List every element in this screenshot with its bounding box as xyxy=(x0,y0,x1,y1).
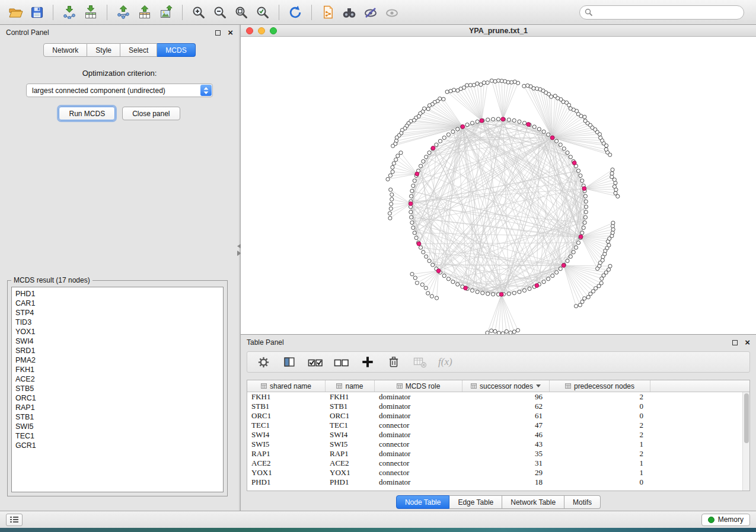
network-canvas[interactable] xyxy=(241,37,756,334)
cell-predecessor-nodes[interactable]: 0 xyxy=(550,402,650,411)
close-panel-button[interactable]: × xyxy=(228,29,233,36)
close-window-button[interactable] xyxy=(246,27,253,34)
cell-mcds-role[interactable]: dominator xyxy=(375,392,462,402)
cell-successor-nodes[interactable]: 96 xyxy=(462,392,550,402)
tab-network-table[interactable]: Network Table xyxy=(502,495,564,509)
cell-mcds-role[interactable]: dominator xyxy=(375,402,462,411)
cell-shared-name[interactable]: YOX1 xyxy=(247,468,326,477)
cell-mcds-role[interactable]: connector xyxy=(375,440,462,449)
table-row[interactable]: ACE2ACE2connector311 xyxy=(247,459,749,468)
select-all-button[interactable] xyxy=(305,353,326,371)
tab-mcds[interactable]: MCDS xyxy=(157,43,195,57)
cell-name[interactable]: ACE2 xyxy=(326,459,375,468)
zoom-in-button[interactable] xyxy=(188,3,209,22)
cell-name[interactable]: ORC1 xyxy=(326,411,375,421)
cell-shared-name[interactable]: STB1 xyxy=(247,402,326,411)
result-item[interactable]: STB1 xyxy=(15,412,223,422)
tab-edge-table[interactable]: Edge Table xyxy=(449,495,502,509)
save-session-button[interactable] xyxy=(26,3,47,22)
result-item[interactable]: TEC1 xyxy=(15,431,223,441)
table-row[interactable]: ORC1ORC1dominator610 xyxy=(247,411,749,421)
cell-successor-nodes[interactable]: 29 xyxy=(462,468,550,477)
result-item[interactable]: STB5 xyxy=(15,384,223,393)
export-document-button[interactable] xyxy=(317,3,339,22)
cell-predecessor-nodes[interactable]: 1 xyxy=(550,459,650,468)
minimize-window-button[interactable] xyxy=(258,27,265,34)
import-network-button[interactable] xyxy=(59,3,80,22)
cell-predecessor-nodes[interactable]: 2 xyxy=(550,430,650,440)
result-item[interactable]: STP4 xyxy=(15,308,223,318)
result-item[interactable]: TID3 xyxy=(15,318,223,327)
result-item[interactable]: SRD1 xyxy=(15,346,223,355)
result-item[interactable]: ACE2 xyxy=(15,374,223,384)
cell-name[interactable]: STB1 xyxy=(326,402,375,411)
result-item[interactable]: SWI5 xyxy=(15,422,223,431)
cell-successor-nodes[interactable]: 31 xyxy=(462,459,550,468)
first-neighbors-button[interactable] xyxy=(339,3,360,22)
table-options-button[interactable] xyxy=(253,353,273,371)
cell-successor-nodes[interactable]: 43 xyxy=(462,440,550,449)
table-scrollbar[interactable] xyxy=(742,392,749,491)
scrollbar-thumb[interactable] xyxy=(744,393,749,443)
result-item[interactable]: PMA2 xyxy=(15,355,223,365)
cell-shared-name[interactable]: TEC1 xyxy=(247,421,326,430)
cell-mcds-role[interactable]: dominator xyxy=(375,449,462,459)
cell-predecessor-nodes[interactable]: 2 xyxy=(550,449,650,459)
column-header-successor-nodes[interactable]: successor nodes xyxy=(462,380,550,392)
column-header-predecessor-nodes[interactable]: predecessor nodes xyxy=(550,380,650,392)
tab-motifs[interactable]: Motifs xyxy=(564,495,601,509)
table-row[interactable]: FKH1FKH1dominator962 xyxy=(247,392,749,402)
tab-select[interactable]: Select xyxy=(120,43,157,57)
export-network-button[interactable] xyxy=(113,3,134,22)
cell-shared-name[interactable]: PHD1 xyxy=(247,477,326,487)
open-file-button[interactable] xyxy=(5,3,26,22)
float-panel-button[interactable] xyxy=(215,30,221,36)
cell-mcds-role[interactable]: dominator xyxy=(375,411,462,421)
table-row[interactable]: YOX1YOX1connector291 xyxy=(247,468,749,477)
cell-successor-nodes[interactable]: 61 xyxy=(462,411,550,421)
table-row[interactable]: SWI5SWI5connector431 xyxy=(247,440,749,449)
cell-successor-nodes[interactable]: 18 xyxy=(462,477,550,487)
criterion-dropdown[interactable]: largest connected component (undirected) xyxy=(26,84,213,97)
cell-shared-name[interactable]: ACE2 xyxy=(247,459,326,468)
cell-mcds-role[interactable]: connector xyxy=(375,459,462,468)
result-item[interactable]: CAR1 xyxy=(15,299,223,308)
deselect-all-button[interactable] xyxy=(331,353,352,371)
cell-shared-name[interactable]: SWI4 xyxy=(247,430,326,440)
add-row-button[interactable] xyxy=(358,353,378,371)
cell-predecessor-nodes[interactable]: 1 xyxy=(550,440,650,449)
cell-mcds-role[interactable]: connector xyxy=(375,468,462,477)
tab-network[interactable]: Network xyxy=(43,43,87,57)
cell-successor-nodes[interactable]: 62 xyxy=(462,402,550,411)
result-item[interactable]: ORC1 xyxy=(15,393,223,403)
cell-name[interactable]: RAP1 xyxy=(326,449,375,459)
apply-layout-button[interactable] xyxy=(285,3,306,22)
cell-successor-nodes[interactable]: 46 xyxy=(462,430,550,440)
cell-predecessor-nodes[interactable]: 0 xyxy=(550,477,650,487)
cell-predecessor-nodes[interactable]: 0 xyxy=(550,411,650,421)
column-header-mcds-role[interactable]: MCDS role xyxy=(375,380,462,392)
table-row[interactable]: SWI4SWI4dominator462 xyxy=(247,430,749,440)
cell-predecessor-nodes[interactable]: 2 xyxy=(550,421,650,430)
cell-shared-name[interactable]: ORC1 xyxy=(247,411,326,421)
memory-button[interactable]: Memory xyxy=(701,514,750,526)
delete-row-button[interactable] xyxy=(384,353,404,371)
import-table-button[interactable] xyxy=(80,3,101,22)
table-row[interactable]: RAP1RAP1dominator352 xyxy=(247,449,749,459)
show-panel-menu-button[interactable] xyxy=(6,514,23,526)
zoom-selected-button[interactable] xyxy=(252,3,273,22)
cell-mcds-role[interactable]: dominator xyxy=(375,477,462,487)
result-item[interactable]: PHD1 xyxy=(15,289,223,299)
close-mcds-panel-button[interactable]: Close panel xyxy=(122,107,180,120)
float-table-panel-button[interactable] xyxy=(732,340,738,345)
cell-name[interactable]: SWI4 xyxy=(326,430,375,440)
run-mcds-button[interactable]: Run MCDS xyxy=(59,107,115,120)
result-item[interactable]: SWI4 xyxy=(15,336,223,346)
zoom-fit-button[interactable] xyxy=(231,3,252,22)
column-header-shared-name[interactable]: shared name xyxy=(247,380,326,392)
cell-name[interactable]: FKH1 xyxy=(326,392,375,402)
table-row[interactable]: STB1STB1dominator620 xyxy=(247,402,749,411)
tab-style[interactable]: Style xyxy=(87,43,120,57)
cell-predecessor-nodes[interactable]: 2 xyxy=(550,392,650,402)
export-image-button[interactable] xyxy=(155,3,177,22)
